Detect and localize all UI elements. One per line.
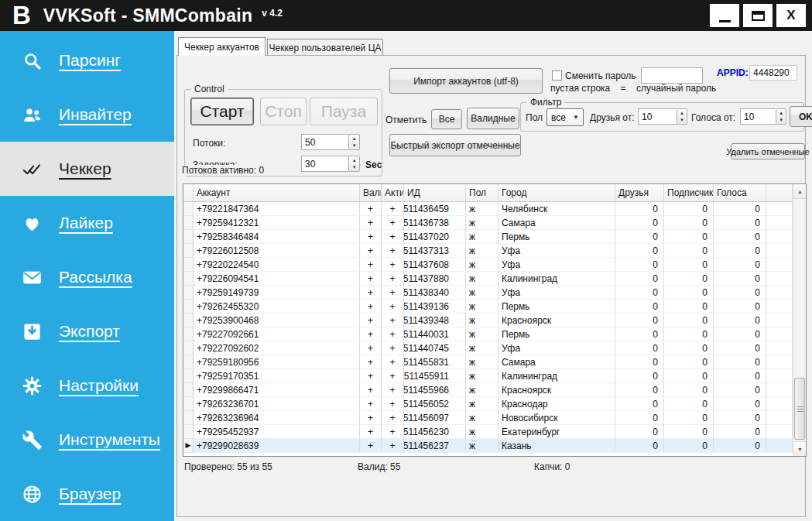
table-cell[interactable]: 0 [664,397,714,411]
table-cell[interactable]: 511436459 [404,202,466,216]
spin-up-icon[interactable]: ▲ [776,109,786,117]
table-cell[interactable]: 0 [714,397,766,411]
table-cell[interactable]: ж [466,383,499,397]
friends-from-input[interactable] [638,108,677,125]
table-cell[interactable]: 511456052 [404,397,466,411]
table-cell[interactable]: 0 [664,300,714,314]
table-cell[interactable]: 511439348 [404,314,466,327]
table-cell[interactable]: ж [466,327,499,341]
table-cell[interactable]: +79259149739 [194,286,360,300]
table-cell[interactable]: + [382,355,404,369]
table-row[interactable]: ▶+79299028639++511456237жКазань000 [183,439,793,453]
row-selector-cell[interactable] [183,314,194,327]
table-row[interactable]: +79259180956++511455831жСамара000 [183,355,793,369]
table-cell[interactable]: Уфа [499,341,615,355]
table-cell[interactable]: 0 [615,300,664,314]
table-cell[interactable]: 511437880 [404,272,466,286]
table-cell[interactable]: 511455911 [404,369,466,383]
pause-button[interactable]: Пауза [310,98,378,125]
sidebar-item-browser[interactable]: Браузер [0,467,174,521]
stop-button[interactable]: Стоп [260,98,307,125]
table-cell[interactable]: ж [466,230,499,244]
table-row[interactable]: +79226094541++511437880жКалининград000 [183,272,793,286]
import-accounts-button[interactable]: Импорт аккаунтов (utf-8) [389,68,543,94]
table-cell[interactable]: ж [466,286,499,300]
table-cell[interactable]: 0 [615,258,664,272]
table-cell[interactable]: + [360,369,382,383]
table-cell[interactable]: Пермь [499,300,615,314]
table-cell[interactable]: +79299028639 [194,439,360,453]
table-row[interactable]: +79258346484++511437020жПермь000 [183,230,793,244]
sidebar-item-liker[interactable]: Лайкер [0,196,174,250]
spin-down-icon[interactable]: ▼ [349,142,359,150]
row-selector-cell[interactable] [183,397,194,411]
table-cell[interactable]: + [382,230,404,244]
row-selector-cell[interactable] [183,425,194,439]
table-cell[interactable]: 0 [615,411,664,425]
table-cell[interactable]: ж [466,300,499,314]
table-cell[interactable]: Казань [499,439,615,453]
table-cell[interactable]: Пермь [499,327,615,341]
table-cell[interactable]: 0 [714,355,766,369]
tab-checker-target-users[interactable]: Чеккер пользователей ЦА [267,39,383,56]
appid-input[interactable] [749,65,797,81]
mark-valid-button[interactable]: Валидные [467,108,519,129]
table-cell[interactable]: 0 [664,411,714,425]
table-cell[interactable]: 511438340 [404,286,466,300]
scrollbar-thumb[interactable] [794,378,805,440]
table-row[interactable]: +79259412321++511436738жСамара000 [183,216,793,230]
table-row[interactable]: +79295452937++511456230жЕкатеринбург000 [183,425,793,439]
table-cell[interactable]: + [382,383,404,397]
table-cell[interactable]: ж [466,216,499,230]
table-cell[interactable]: ж [466,202,499,216]
table-cell[interactable]: 0 [615,369,664,383]
table-cell[interactable]: +79262455320 [194,300,360,314]
start-button[interactable]: Старт [190,98,254,125]
table-cell[interactable]: 0 [664,439,714,453]
row-selector-cell[interactable] [183,202,194,216]
table-cell[interactable]: + [360,439,382,453]
table-cell[interactable]: +79259170351 [194,369,360,383]
table-cell[interactable]: ж [466,425,499,439]
table-cell[interactable]: + [382,286,404,300]
table-cell[interactable]: 0 [615,327,664,341]
table-cell[interactable]: + [382,411,404,425]
table-cell[interactable]: + [360,341,382,355]
spin-up-icon[interactable]: ▲ [349,156,359,164]
table-cell[interactable]: 0 [664,369,714,383]
table-cell[interactable]: 511455966 [404,383,466,397]
table-cell[interactable]: + [360,230,382,244]
table-cell[interactable]: + [382,258,404,272]
table-cell[interactable]: 511437313 [404,244,466,258]
table-cell[interactable]: + [360,411,382,425]
table-cell[interactable]: 0 [615,314,664,327]
table-cell[interactable]: 0 [714,383,766,397]
table-cell[interactable]: 0 [615,230,664,244]
sidebar-item-mailing[interactable]: Рассылка [0,250,174,304]
table-cell[interactable]: 0 [664,272,714,286]
row-selector-cell[interactable] [183,286,194,300]
table-cell[interactable]: 0 [664,244,714,258]
table-cell[interactable]: +79253900468 [194,314,360,327]
table-cell[interactable]: ж [466,411,499,425]
table-cell[interactable]: ж [466,355,499,369]
table-cell[interactable]: 0 [664,425,714,439]
table-cell[interactable]: 0 [714,425,766,439]
table-cell[interactable]: + [382,216,404,230]
table-row[interactable]: +79221847364++511436459жЧелябинск000 [183,202,793,216]
table-cell[interactable]: 0 [714,258,766,272]
column-header[interactable]: Подписчики [664,184,714,201]
table-cell[interactable]: +79226094541 [194,272,360,286]
table-cell[interactable]: 0 [714,314,766,327]
table-cell[interactable]: 0 [714,300,766,314]
table-cell[interactable]: +79226012508 [194,244,360,258]
table-cell[interactable]: 511455831 [404,355,466,369]
delete-marked-button[interactable]: Удалить отмеченные [731,143,805,159]
table-cell[interactable]: ж [466,397,499,411]
row-selector-cell[interactable] [183,244,194,258]
table-cell[interactable]: + [360,314,382,327]
sidebar-item-inviter[interactable]: Инвайтер [0,87,174,142]
table-cell[interactable]: + [360,286,382,300]
table-row[interactable]: +79262455320++511439136жПермь000 [183,300,793,314]
table-cell[interactable]: +79259180956 [194,355,360,369]
